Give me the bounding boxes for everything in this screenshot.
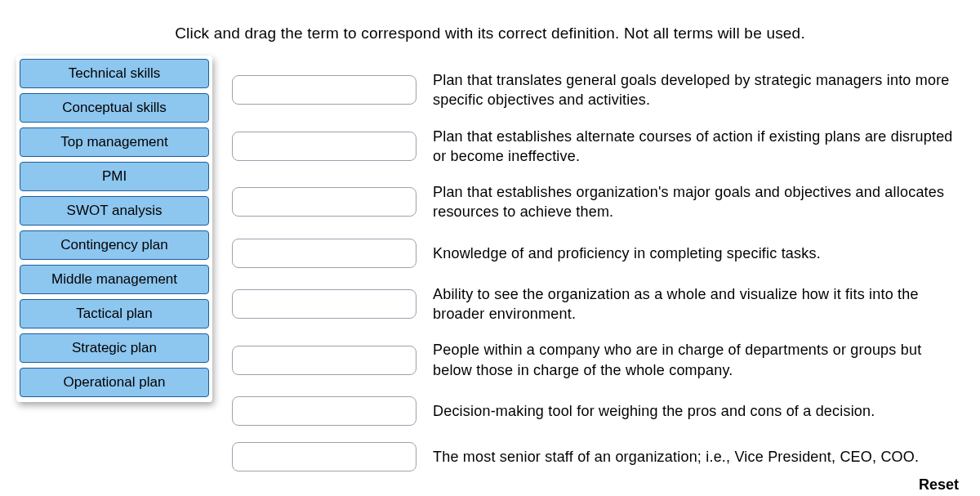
definition-row: Plan that establishes alternate courses …: [232, 127, 964, 167]
definition-text: Ability to see the organization as a who…: [433, 284, 964, 324]
term-item[interactable]: PMI: [20, 162, 209, 191]
term-item[interactable]: Conceptual skills: [20, 93, 209, 123]
drop-zone[interactable]: [232, 75, 416, 105]
drop-zone[interactable]: [232, 396, 416, 426]
definition-text: Decision-making tool for weighing the pr…: [433, 401, 964, 421]
definition-row: The most senior staff of an organization…: [232, 442, 964, 471]
terms-column: Technical skills Conceptual skills Top m…: [16, 56, 212, 402]
exercise-area: Technical skills Conceptual skills Top m…: [16, 56, 964, 471]
definition-row: Knowledge of and proficiency in completi…: [232, 239, 964, 268]
drop-zone[interactable]: [232, 132, 416, 161]
drop-zone[interactable]: [232, 346, 416, 375]
definition-row: Plan that establishes organization's maj…: [232, 182, 964, 222]
definition-row: Ability to see the organization as a who…: [232, 284, 964, 324]
definition-text: Knowledge of and proficiency in completi…: [433, 244, 964, 263]
definition-row: People within a company who are in charg…: [232, 340, 964, 380]
term-item[interactable]: Operational plan: [20, 368, 209, 397]
definition-text: The most senior staff of an organization…: [433, 447, 964, 467]
term-item[interactable]: SWOT analysis: [20, 196, 209, 226]
definition-text: Plan that establishes organization's maj…: [433, 182, 964, 222]
term-item[interactable]: Strategic plan: [20, 333, 209, 363]
definition-text: Plan that establishes alternate courses …: [433, 127, 964, 167]
definition-text: Plan that translates general goals devel…: [433, 70, 964, 110]
definition-text: People within a company who are in charg…: [433, 340, 964, 380]
drop-zone[interactable]: [232, 289, 416, 319]
term-item[interactable]: Contingency plan: [20, 230, 209, 260]
definition-row: Plan that translates general goals devel…: [232, 70, 964, 110]
drop-zone[interactable]: [232, 442, 416, 471]
reset-button[interactable]: Reset: [16, 476, 964, 494]
term-item[interactable]: Top management: [20, 127, 209, 157]
term-item[interactable]: Middle management: [20, 265, 209, 294]
definitions-column: Plan that translates general goals devel…: [212, 56, 964, 471]
drop-zone[interactable]: [232, 187, 416, 217]
term-item[interactable]: Technical skills: [20, 59, 209, 88]
definition-row: Decision-making tool for weighing the pr…: [232, 396, 964, 426]
drop-zone[interactable]: [232, 239, 416, 268]
term-item[interactable]: Tactical plan: [20, 299, 209, 328]
instructions-text: Click and drag the term to correspond wi…: [16, 25, 964, 42]
